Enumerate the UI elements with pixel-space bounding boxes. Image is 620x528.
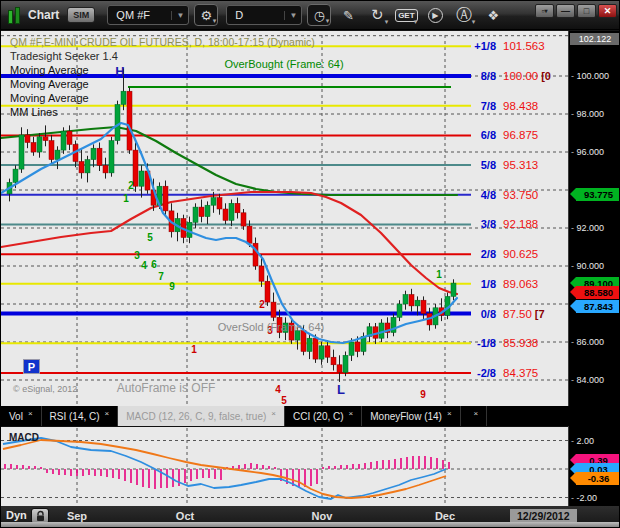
tab-moneyflow[interactable]: MoneyFlow (14)× [362,406,460,426]
study-tab-bar: Vol×RSI (14, C)×MACD (12, 26, C, 9, fals… [1,406,620,426]
draw-tool-button[interactable]: ✎ [336,4,360,26]
price-badge: 88.580 [576,286,620,299]
sim-badge: SIM [67,7,95,23]
mm-fraction: 5/8 [456,159,496,171]
mm-fraction: 2/8 [456,248,496,260]
tab-close-icon[interactable]: × [271,409,276,418]
mm-price: 87.50 [503,308,532,320]
macd-axis[interactable]: 2.00-2.000.390.03-0.36 [568,426,620,506]
mm-price: 96.875 [503,129,538,141]
chevron-down-icon: ▾ [414,18,418,26]
price-tick: 92.000 [571,223,604,233]
mm-level-label: 2/890.625 [456,247,568,261]
tab-close-icon[interactable]: × [349,409,354,418]
symbol-dropdown[interactable]: QM #F ▼ [107,5,189,25]
tab-cci[interactable]: CCI (20, C)× [285,406,362,426]
mm-price: 98.438 [503,100,538,112]
month-label-oct: Oct [176,510,194,522]
mm-fraction: -2/8 [456,367,496,379]
mm-level-label: 7/898.438 [456,99,568,113]
link-windows-button[interactable]: ❖ [481,4,505,26]
macd-chart [1,426,568,506]
mm-fraction: 0/8 [456,308,496,320]
mm-level-label: 4/893.750 [456,188,568,202]
tab-rsi[interactable]: RSI (14, C)× [42,406,119,426]
price-badge: 87.843 [576,300,620,313]
refresh-icon: ↻ [371,6,384,24]
mm-fraction: -1/8 [456,337,496,349]
tab-label: MoneyFlow (14) [370,411,442,422]
chevron-down-icon: ▾ [385,18,389,26]
symbol-value: QM #F [116,9,150,21]
window-title: Chart [28,8,59,22]
dyn-label: Dyn [6,509,27,521]
chevron-down-icon: ▾ [213,17,217,25]
main-chart-panel: HL215346791123459 QM #F,E-MINI CRUDE OIL… [1,31,620,406]
minimize-button[interactable]: — [556,4,575,18]
chevron-down-icon: ▾ [545,8,548,14]
mm-price: 100.00 [503,70,538,82]
mm-price: 85.938 [503,337,538,349]
macd-histogram [5,456,449,489]
price-axis[interactable]: 102.122100.00098.00096.00092.00090.00086… [568,31,620,406]
settings-button[interactable]: ⚙▾ [194,4,218,26]
mm-price: 101.563 [503,40,545,52]
axis-max-value: 102.122 [570,33,620,45]
price-tick: 98.000 [571,109,604,119]
mm-level-label: 0/887.50[7 [456,307,568,321]
close-button[interactable]: ✕ [598,4,617,18]
month-label-sep: Sep [67,510,87,522]
alerts-button[interactable]: Ⓐ▾ [452,4,476,26]
tab-close-icon[interactable]: × [474,409,479,418]
macd-gridlines [1,428,568,504]
tab-label: CCI (20, C) [293,411,344,422]
mm-price: 90.625 [503,248,538,260]
reload-data-button[interactable]: ↻▾ [365,4,389,26]
mm-fraction: 4/8 [456,189,496,201]
tab-label: Vol [9,411,23,422]
mm-level-label: 1/889.063 [456,277,568,291]
a-circle-icon: Ⓐ [456,5,472,26]
tab-label: MACD (12, 26, C, 9, false, true) [126,411,266,422]
pencil-icon: ✎ [343,8,354,23]
macd-panel: MACD [1,426,620,506]
chevron-down-icon: ▼ [284,11,297,20]
mm-level-label: 6/896.875 [456,128,568,142]
tab-vol[interactable]: Vol× [1,406,42,426]
tab-close-icon[interactable]: × [105,409,110,418]
get-data-button[interactable]: GET▾ [394,4,418,26]
interval-dropdown[interactable]: D ▼ [226,5,302,25]
mm-level-label: -2/884.375 [456,366,568,380]
replay-button[interactable]: ▶ [423,4,447,26]
tab-close-icon[interactable]: × [28,409,33,418]
chevron-down-icon: ▾ [472,18,476,26]
price-tick: 100.000 [571,71,609,81]
mm-level-label: +1/8101.563 [456,39,568,53]
chevron-down-icon: ▼ [171,11,184,20]
mm-level-label: 5/895.313 [456,158,568,172]
chart-window: Chart SIM QM #F ▼ ⚙▾ D ▼ ◷▾ ✎ ↻▾ GET▾ ▶ … [0,0,620,528]
chart-app-icon [8,6,20,24]
candle-icon [15,7,20,24]
chevron-down-icon: ▾ [326,17,330,25]
maximize-button[interactable]: □ [577,4,596,18]
mm-fraction: 7/8 [456,100,496,112]
time-template-button[interactable]: ◷▾ [307,4,331,26]
month-label-dec: Dec [435,510,455,522]
tab-extra[interactable]: × [461,406,488,426]
price-tick: 96.000 [571,147,604,157]
mm-line-labels: +1/8101.5638/8100.00[07/898.4386/896.875… [1,31,568,406]
lock-icon [35,510,46,522]
mm-price: 95.313 [503,159,538,171]
month-label-nov: Nov [312,510,333,522]
restore-button[interactable]: ▫▾ [535,4,554,18]
macd-value-badge: -0.36 [576,472,620,485]
mm-suffix: [7 [535,308,545,320]
mm-price: 84.375 [503,367,538,379]
tab-macd[interactable]: MACD (12, 26, C, 9, false, true)× [118,406,285,426]
mm-price: 89.063 [503,278,538,290]
macd-tick: 2.00 [571,436,594,446]
tab-close-icon[interactable]: × [447,409,452,418]
mm-suffix: [0 [541,70,551,82]
macd-tick: -2.00 [571,493,597,503]
